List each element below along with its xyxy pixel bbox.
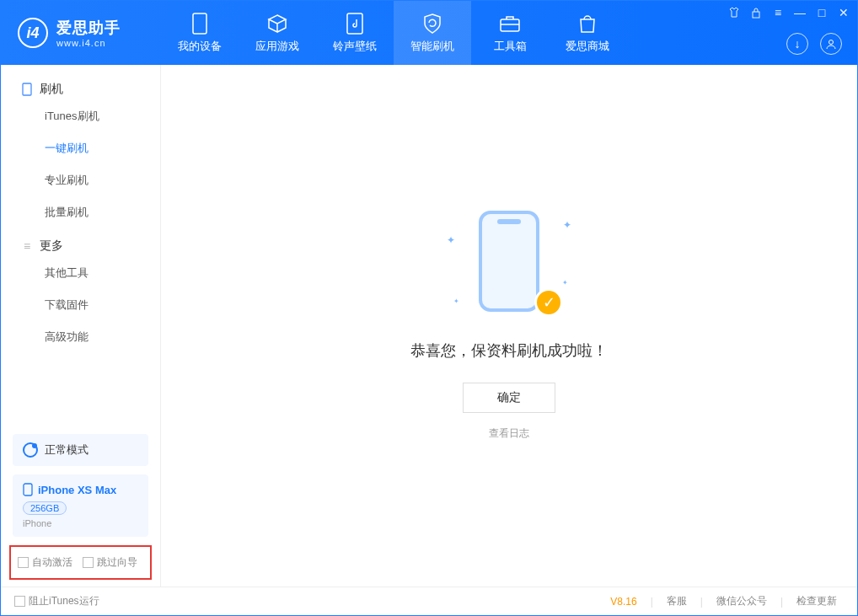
checkbox-label: 跳过向导 xyxy=(97,555,137,570)
list-icon: ≡ xyxy=(21,240,33,252)
shield-refresh-icon xyxy=(421,12,444,35)
footer-link-update[interactable]: 检查更新 xyxy=(790,594,844,608)
minimize-button[interactable]: — xyxy=(793,6,807,19)
app-title: 爱思助手 xyxy=(56,18,121,38)
footer-right: V8.16 | 客服 | 微信公众号 | 检查更新 xyxy=(610,594,844,608)
checkbox-auto-activate[interactable]: 自动激活 xyxy=(18,555,72,570)
device-name: iPhone XS Max xyxy=(38,484,116,496)
sidebar-item-download-firmware[interactable]: 下载固件 xyxy=(1,289,160,321)
header-right-icons: ↓ xyxy=(786,33,842,55)
svg-rect-2 xyxy=(501,19,519,31)
tab-label: 工具箱 xyxy=(494,39,527,54)
cube-icon xyxy=(265,12,289,35)
separator: | xyxy=(780,596,783,608)
device-name-row: iPhone XS Max xyxy=(23,483,138,496)
checkbox-icon xyxy=(83,557,94,568)
phone-small-icon xyxy=(23,483,33,496)
sidebar-item-pro-flash[interactable]: 专业刷机 xyxy=(1,164,160,196)
separator: | xyxy=(651,596,653,608)
checkbox-icon xyxy=(18,557,29,568)
tab-label: 铃声壁纸 xyxy=(333,39,377,54)
svg-point-5 xyxy=(829,40,834,45)
view-log-link[interactable]: 查看日志 xyxy=(489,426,529,441)
body-area: 刷机 iTunes刷机 一键刷机 专业刷机 批量刷机 ≡ 更多 其他工具 下载固… xyxy=(1,65,857,587)
sidebar-group-flash: 刷机 xyxy=(1,72,160,100)
tab-label: 应用游戏 xyxy=(255,39,299,54)
device-type: iPhone xyxy=(23,518,138,528)
bag-icon xyxy=(576,12,599,35)
success-message: 恭喜您，保资料刷机成功啦！ xyxy=(410,340,608,361)
options-highlight-box: 自动激活 跳过向导 xyxy=(9,545,152,580)
footer-link-wechat[interactable]: 微信公众号 xyxy=(710,594,774,608)
music-file-icon xyxy=(343,12,367,35)
svg-rect-7 xyxy=(24,484,32,495)
ok-button[interactable]: 确定 xyxy=(463,383,555,413)
sidebar: 刷机 iTunes刷机 一键刷机 专业刷机 批量刷机 ≡ 更多 其他工具 下载固… xyxy=(1,65,161,587)
checkbox-label: 自动激活 xyxy=(32,555,72,570)
maximize-button[interactable]: □ xyxy=(815,6,829,19)
checkbox-block-itunes[interactable]: 阻止iTunes运行 xyxy=(14,594,99,608)
sidebar-group-label: 刷机 xyxy=(40,82,63,97)
toolbox-icon xyxy=(498,12,522,35)
window-controls: ≡ — □ ✕ xyxy=(727,6,850,19)
mode-label: 正常模式 xyxy=(45,442,88,458)
user-icon[interactable] xyxy=(820,33,842,55)
tab-label: 智能刷机 xyxy=(410,39,454,54)
app-header: i4 爱思助手 www.i4.cn 我的设备 应用游戏 铃声壁纸 智能刷机 工具… xyxy=(1,1,857,65)
sparkle-icon: ✦ xyxy=(563,219,571,231)
checkbox-icon xyxy=(14,596,25,607)
sidebar-item-oneclick-flash[interactable]: 一键刷机 xyxy=(1,132,160,164)
mode-status-icon xyxy=(23,442,38,458)
device-panel: 正常模式 iPhone XS Max 256GB iPhone xyxy=(1,426,160,545)
download-icon[interactable]: ↓ xyxy=(786,33,808,55)
logo-block: i4 爱思助手 www.i4.cn xyxy=(1,18,161,48)
phone-icon xyxy=(188,12,212,35)
footer-link-support[interactable]: 客服 xyxy=(660,594,694,608)
separator: | xyxy=(700,596,703,608)
shirt-icon[interactable] xyxy=(727,6,741,19)
svg-rect-6 xyxy=(23,83,31,95)
sidebar-item-advanced[interactable]: 高级功能 xyxy=(1,321,160,353)
version-label: V8.16 xyxy=(610,596,636,608)
footer: 阻止iTunes运行 V8.16 | 客服 | 微信公众号 | 检查更新 xyxy=(1,587,857,615)
success-check-badge: ✓ xyxy=(534,288,563,317)
sidebar-item-batch-flash[interactable]: 批量刷机 xyxy=(1,196,160,228)
sidebar-group-more: ≡ 更多 xyxy=(1,228,160,257)
tab-toolbox[interactable]: 工具箱 xyxy=(471,1,549,65)
tab-ringtones-wallpapers[interactable]: 铃声壁纸 xyxy=(316,1,394,65)
close-button[interactable]: ✕ xyxy=(837,6,850,19)
device-icon xyxy=(21,83,33,95)
svg-rect-4 xyxy=(753,12,759,18)
device-capacity: 256GB xyxy=(23,501,67,515)
logo-text: 爱思助手 www.i4.cn xyxy=(56,18,121,48)
sparkle-icon: ✦ xyxy=(453,297,459,305)
checkbox-skip-wizard[interactable]: 跳过向导 xyxy=(83,555,137,570)
main-content: ✦ ✦ ✦ ✦ ✓ 恭喜您，保资料刷机成功啦！ 确定 查看日志 xyxy=(161,65,857,587)
tab-label: 爱思商城 xyxy=(566,39,609,54)
app-subtitle: www.i4.cn xyxy=(56,38,121,48)
tab-my-device[interactable]: 我的设备 xyxy=(161,1,239,65)
menu-icon[interactable]: ≡ xyxy=(771,6,785,19)
svg-rect-0 xyxy=(193,13,206,34)
tab-apps-games[interactable]: 应用游戏 xyxy=(239,1,316,65)
tab-label: 我的设备 xyxy=(178,39,222,54)
lock-icon[interactable] xyxy=(749,6,763,19)
sidebar-item-itunes-flash[interactable]: iTunes刷机 xyxy=(1,100,160,132)
device-box[interactable]: iPhone XS Max 256GB iPhone xyxy=(13,474,148,537)
sparkle-icon: ✦ xyxy=(562,279,568,287)
success-illustration: ✦ ✦ ✦ ✦ ✓ xyxy=(458,211,560,320)
tab-smart-flash[interactable]: 智能刷机 xyxy=(394,1,471,65)
tab-store[interactable]: 爱思商城 xyxy=(549,1,626,65)
phone-illustration xyxy=(479,211,539,312)
mode-box[interactable]: 正常模式 xyxy=(13,434,148,466)
sidebar-item-other-tools[interactable]: 其他工具 xyxy=(1,257,160,289)
logo-icon: i4 xyxy=(18,18,48,48)
sidebar-group-label: 更多 xyxy=(40,238,63,254)
sidebar-scroll: 刷机 iTunes刷机 一键刷机 专业刷机 批量刷机 ≡ 更多 其他工具 下载固… xyxy=(1,65,160,426)
checkbox-label: 阻止iTunes运行 xyxy=(29,594,99,608)
sparkle-icon: ✦ xyxy=(447,234,455,246)
main-tabs: 我的设备 应用游戏 铃声壁纸 智能刷机 工具箱 爱思商城 xyxy=(161,1,626,65)
